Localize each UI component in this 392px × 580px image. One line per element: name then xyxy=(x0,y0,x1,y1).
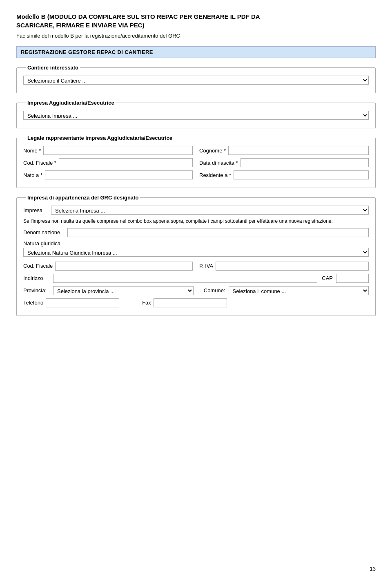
fax-group: Fax xyxy=(142,298,227,307)
telefono-label: Telefono xyxy=(23,300,43,306)
main-title-line1: Modello B (MODULO DA COMPILARE SUL SITO … xyxy=(16,12,376,29)
nato-a-label: Nato a * xyxy=(23,172,42,178)
nome-group: Nome * xyxy=(23,146,193,155)
comune-select[interactable]: Seleziona il comune ... xyxy=(229,286,369,295)
codfiscale-group: Cod. Fiscale * xyxy=(23,158,193,167)
telefono-group: Telefono xyxy=(23,298,119,307)
p-iva-input[interactable] xyxy=(216,262,369,271)
residente-group: Residente a * xyxy=(199,170,369,179)
nato-a-input[interactable] xyxy=(45,170,193,179)
residente-a-label: Residente a * xyxy=(199,172,231,178)
legale-rapp-legend: Legale rappresentante impresa Aggiudicat… xyxy=(26,135,174,141)
data-nascita-input[interactable] xyxy=(241,158,369,167)
comune-label: Comune: xyxy=(201,287,225,293)
cod-fiscale-label: Cod. Fiscale * xyxy=(23,160,56,166)
cod-fiscale-input[interactable] xyxy=(59,158,193,167)
p-iva-label: P. IVA xyxy=(199,263,213,269)
codfiscale-piva-row: Cod. Fiscale P. IVA xyxy=(23,262,369,271)
provincia-select[interactable]: Seleziona la provincia ... xyxy=(53,286,194,295)
cap-input[interactable] xyxy=(336,274,369,283)
telefono-fax-row: Telefono Fax xyxy=(23,298,369,307)
impresa-grc-label: Impresa xyxy=(23,207,48,213)
provincia-comune-row: Provincia: Seleziona la provincia ... Co… xyxy=(23,286,369,295)
piva-group: P. IVA xyxy=(199,262,369,271)
codfiscale-datanascita-row: Cod. Fiscale * Data di nascita * xyxy=(23,158,369,167)
cantiere-select[interactable]: Selezionare il Cantiere ... xyxy=(23,76,369,85)
cantiere-section: Cantiere interessato Selezionare il Cant… xyxy=(16,65,376,93)
residente-a-input[interactable] xyxy=(234,170,369,179)
indirizzo-label: Indirizzo xyxy=(23,275,50,281)
cap-label: CAP xyxy=(321,275,333,281)
impresa-grc-select-row: Impresa Seleziona Impresa ... xyxy=(23,206,369,215)
cantiere-row: Selezionare il Cantiere ... xyxy=(23,76,369,85)
nato-residente-row: Nato a * Residente a * xyxy=(23,170,369,179)
nome-input[interactable] xyxy=(43,146,193,155)
telefono-input[interactable] xyxy=(46,298,119,307)
cognome-group: Cognome * xyxy=(199,146,369,155)
nato-group: Nato a * xyxy=(23,170,193,179)
fax-input[interactable] xyxy=(154,298,227,307)
impresa-grc-notice: Se l'impresa non risulta tra quelle comp… xyxy=(23,218,369,225)
section-header: REGISTRAZIONE GESTORE REPAC DI CANTIERE xyxy=(16,46,376,58)
nome-cognome-row: Nome * Cognome * xyxy=(23,146,369,155)
natura-label: Natura giuridica xyxy=(23,240,369,246)
impresa-grc-select[interactable]: Seleziona Impresa ... xyxy=(51,206,369,215)
impresa-grc-legend: Impresa di appartenenza del GRC designat… xyxy=(26,195,140,201)
indirizzo-input[interactable] xyxy=(53,274,317,283)
provincia-label: Provincia: xyxy=(23,287,50,293)
impresa-grc-section: Impresa di appartenenza del GRC designat… xyxy=(16,195,376,316)
legale-rapp-section: Legale rappresentante impresa Aggiudicat… xyxy=(16,135,376,188)
fax-label: Fax xyxy=(142,300,151,306)
denominazione-label: Denominazione xyxy=(23,229,64,235)
subtitle: Fac simile del modello B per la registra… xyxy=(16,33,376,39)
impresa-agg-select[interactable]: Seleziona Impresa ... xyxy=(23,111,369,120)
cognome-label: Cognome * xyxy=(199,148,226,154)
natura-select[interactable]: Seleziona Natura Giuridica Impresa ... xyxy=(23,248,369,257)
data-nascita-label: Data di nascita * xyxy=(199,160,238,166)
data-nascita-group: Data di nascita * xyxy=(199,158,369,167)
grc-codfiscale-group: Cod. Fiscale xyxy=(23,262,193,271)
cantiere-legend: Cantiere interessato xyxy=(26,65,80,71)
grc-cod-fiscale-label: Cod. Fiscale xyxy=(23,263,53,269)
impresa-agg-section: Impresa Aggiudicataria/Esecutrice Selezi… xyxy=(16,100,376,128)
grc-cod-fiscale-input[interactable] xyxy=(55,262,193,271)
denominazione-row: Denominazione xyxy=(23,228,369,237)
cognome-input[interactable] xyxy=(228,146,369,155)
page-number: 13 xyxy=(370,566,376,572)
impresa-agg-legend: Impresa Aggiudicataria/Esecutrice xyxy=(26,100,116,106)
impresa-agg-row: Seleziona Impresa ... xyxy=(23,111,369,120)
denominazione-input[interactable] xyxy=(67,228,369,237)
indirizzo-cap-row: Indirizzo CAP xyxy=(23,274,369,283)
nome-label: Nome * xyxy=(23,148,41,154)
